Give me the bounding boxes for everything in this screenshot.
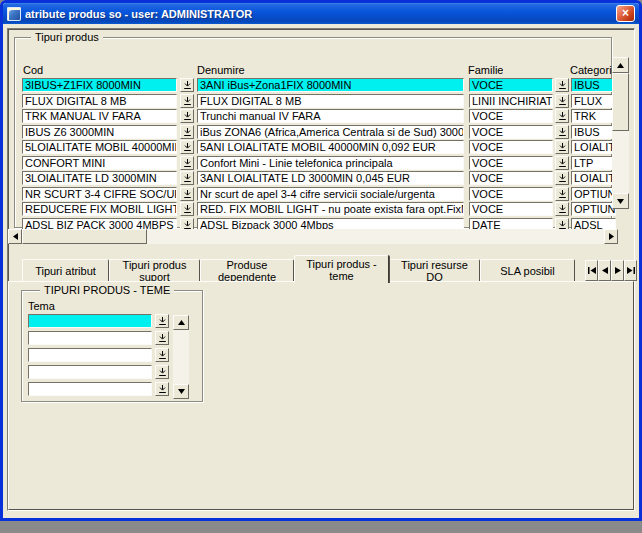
tema-input[interactable] (28, 348, 152, 362)
scroll-up-icon[interactable] (612, 57, 629, 73)
tema-input[interactable] (28, 365, 152, 379)
tab-sla-posibil[interactable]: SLA posibil (480, 259, 575, 282)
familie-lov-dropdown-icon[interactable] (555, 156, 569, 170)
familie-field[interactable]: VOCE (469, 78, 553, 92)
teme-rows (28, 314, 172, 399)
familie-field[interactable]: VOCE (469, 109, 553, 123)
categorie-field[interactable]: LTP (571, 156, 616, 170)
categorie-field[interactable]: TRK (571, 109, 616, 123)
familie-field[interactable]: VOCE (469, 156, 553, 170)
scrollbar-track[interactable] (612, 131, 629, 193)
familie-lov-dropdown-icon[interactable] (555, 140, 569, 154)
tema-lov-dropdown-icon[interactable] (155, 331, 169, 345)
familie-lov-dropdown-icon[interactable] (555, 202, 569, 216)
tipuri-produs-groupbox: Tipuri produs Cod Denumire Familie Categ… (14, 37, 612, 228)
tema-lov-dropdown-icon[interactable] (155, 382, 169, 396)
cod-field[interactable]: FLUX DIGITAL 8 MB (22, 94, 177, 108)
scrollbar-track[interactable] (147, 229, 604, 244)
grid-vertical-scrollbar[interactable] (612, 57, 629, 209)
cod-lov-dropdown-icon[interactable] (180, 156, 194, 170)
familie-lov-dropdown-icon[interactable] (555, 125, 569, 139)
denumire-field[interactable]: Nr scurt de apel 3-4 cifre servicii soci… (197, 187, 464, 201)
scroll-left-icon[interactable] (8, 229, 22, 244)
cod-lov-dropdown-icon[interactable] (180, 94, 194, 108)
tema-input[interactable] (28, 382, 152, 396)
cod-lov-dropdown-icon[interactable] (180, 187, 194, 201)
scrollbar-thumb[interactable] (22, 229, 147, 244)
familie-lov-dropdown-icon[interactable] (555, 171, 569, 185)
familie-lov-dropdown-icon[interactable] (555, 109, 569, 123)
categorie-field[interactable]: OPTIUNE (571, 202, 616, 216)
denumire-field[interactable]: Confort Mini - Linie telefonica principa… (197, 156, 464, 170)
nav-next-icon[interactable] (611, 260, 624, 281)
familie-field[interactable]: VOCE (469, 202, 553, 216)
table-row: CONFORT MINIConfort Mini - Linie telefon… (22, 156, 618, 172)
familie-field[interactable]: VOCE (469, 171, 553, 185)
familie-lov-dropdown-icon[interactable] (555, 78, 569, 92)
denumire-field[interactable]: 3ANI LOIALITATE LD 3000MIN 0,045 EUR (197, 171, 464, 185)
categorie-field[interactable]: IBUS (571, 125, 616, 139)
denumire-field[interactable]: iBus ZONA6 (Africa,America Centrala si d… (197, 125, 464, 139)
scroll-down-icon[interactable] (612, 193, 629, 209)
tema-lov-dropdown-icon[interactable] (155, 348, 169, 362)
categorie-field[interactable]: IBUS (571, 78, 616, 92)
tab-strip: Tipuri atributTipuri produs suportProdus… (8, 254, 634, 282)
cod-field[interactable]: NR SCURT 3-4 CIFRE SOC/URG (22, 187, 177, 201)
tab-tipuri-resurse-do[interactable]: Tipuri resurse DO (389, 259, 480, 282)
table-row: FLUX DIGITAL 8 MBFLUX DIGITAL 8 MBLINII … (22, 94, 618, 110)
categorie-field[interactable]: FLUX (571, 94, 616, 108)
scroll-up-icon[interactable] (173, 315, 189, 330)
tema-field-label: Tema (28, 300, 55, 312)
familie-field[interactable]: LINII INCHIRIATE (469, 94, 553, 108)
grid-horizontal-scrollbar[interactable] (8, 229, 618, 244)
teme-vertical-scrollbar[interactable] (173, 315, 189, 399)
scrollbar-thumb[interactable] (612, 73, 629, 131)
cod-lov-dropdown-icon[interactable] (180, 109, 194, 123)
cod-lov-dropdown-icon[interactable] (180, 78, 194, 92)
tab-tipuri-produs-suport[interactable]: Tipuri produs suport (109, 259, 200, 282)
groupbox-title: Tipuri produs (31, 31, 103, 43)
categorie-field[interactable]: LOIALITATE (571, 171, 616, 185)
cod-lov-dropdown-icon[interactable] (180, 202, 194, 216)
cod-lov-dropdown-icon[interactable] (180, 171, 194, 185)
denumire-field[interactable]: RED. FIX MOBIL LIGHT - nu poate exista f… (197, 202, 464, 216)
tema-lov-dropdown-icon[interactable] (155, 365, 169, 379)
cod-field[interactable]: 3LOIALITATE LD 3000MIN (22, 171, 177, 185)
scrollbar-track[interactable] (173, 330, 189, 384)
cod-lov-dropdown-icon[interactable] (180, 140, 194, 154)
cod-lov-dropdown-icon[interactable] (180, 125, 194, 139)
scroll-down-icon[interactable] (173, 384, 189, 399)
familie-field[interactable]: VOCE (469, 140, 553, 154)
categorie-field[interactable]: LOIALITATE (571, 140, 616, 154)
column-header-familie: Familie (468, 64, 503, 76)
categorie-field[interactable]: OPTIUNE (571, 187, 616, 201)
tab-produse-dependente[interactable]: Produse dependente (200, 259, 294, 282)
cod-field[interactable]: TRK MANUAL IV FARA (22, 109, 177, 123)
familie-lov-dropdown-icon[interactable] (555, 187, 569, 201)
cod-field[interactable]: CONFORT MINI (22, 156, 177, 170)
column-header-denumire: Denumire (197, 64, 245, 76)
tab-tipuri-atribut[interactable]: Tipuri atribut (22, 259, 109, 282)
scroll-right-icon[interactable] (604, 229, 618, 244)
nav-last-icon[interactable] (624, 260, 637, 281)
close-icon[interactable]: × (616, 5, 635, 22)
cod-field[interactable]: 3IBUS+Z1FIX 8000MIN (22, 78, 177, 92)
tema-input[interactable] (28, 331, 152, 345)
denumire-field[interactable]: 3ANI iBus+Zona1FIX 8000MIN (197, 78, 464, 92)
familie-field[interactable]: VOCE (469, 125, 553, 139)
title-bar[interactable]: atribute produs so - user: ADMINISTRATOR… (3, 3, 639, 24)
nav-first-icon[interactable] (585, 260, 598, 281)
tema-lov-dropdown-icon[interactable] (155, 314, 169, 328)
nav-prev-icon[interactable] (598, 260, 611, 281)
tab-tipuri-produs-teme[interactable]: Tipuri produs - teme (294, 255, 389, 283)
familie-lov-dropdown-icon[interactable] (555, 94, 569, 108)
cod-field[interactable]: REDUCERE FIX MOBIL LIGHT (22, 202, 177, 216)
cod-field[interactable]: 5LOIALITATE MOBIL 40000MIN (22, 140, 177, 154)
denumire-field[interactable]: FLUX DIGITAL 8 MB (197, 94, 464, 108)
tema-input[interactable] (28, 314, 152, 328)
cod-field[interactable]: IBUS Z6 3000MIN (22, 125, 177, 139)
denumire-field[interactable]: Trunchi manual IV FARA (197, 109, 464, 123)
familie-field[interactable]: VOCE (469, 187, 553, 201)
teme-row (28, 331, 172, 348)
denumire-field[interactable]: 5ANI LOIALITATE MOBIL 40000MIN 0,092 EUR (197, 140, 464, 154)
